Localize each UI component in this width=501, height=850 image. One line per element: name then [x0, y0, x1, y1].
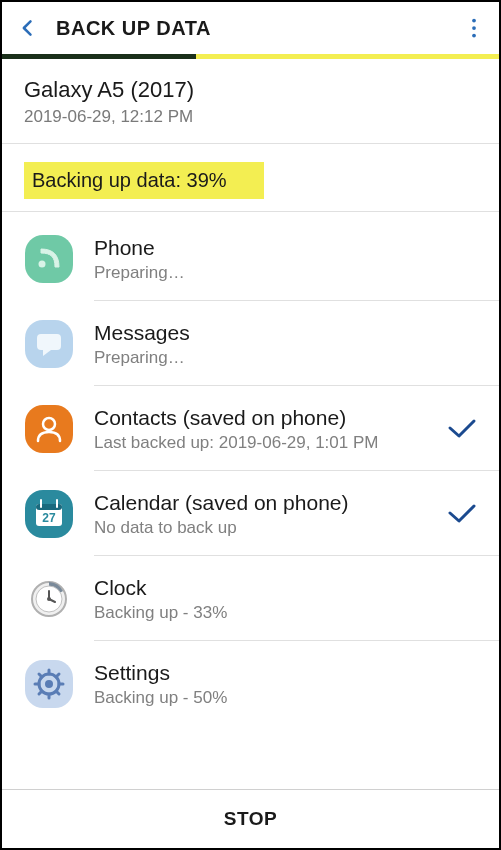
list-item-title: Messages: [94, 321, 477, 345]
footer: STOP: [2, 789, 499, 848]
list-item-sub: Backing up - 50%: [94, 688, 477, 708]
svg-text:27: 27: [42, 511, 56, 525]
device-section: Galaxy A5 (2017) 2019-06-29, 12:12 PM: [2, 59, 499, 143]
list-item[interactable]: Clock Backing up - 33%: [2, 556, 499, 640]
list-item-sub: Preparing…: [94, 348, 477, 368]
svg-rect-11: [36, 504, 62, 510]
device-name: Galaxy A5 (2017): [24, 77, 477, 103]
list-item-sub: No data to back up: [94, 518, 427, 538]
contacts-icon: [24, 404, 74, 454]
phone-icon: [24, 234, 74, 284]
svg-line-29: [39, 691, 42, 694]
svg-point-1: [472, 26, 476, 30]
svg-point-19: [47, 597, 51, 601]
messages-icon: [24, 319, 74, 369]
list-item-title: Settings: [94, 661, 477, 685]
list-item-text: Phone Preparing…: [94, 236, 477, 283]
header: BACK UP DATA: [2, 2, 499, 54]
settings-icon: [24, 659, 74, 709]
clock-icon: [24, 574, 74, 624]
svg-line-26: [39, 674, 42, 677]
list-item-title: Phone: [94, 236, 477, 260]
stop-button[interactable]: STOP: [224, 808, 277, 830]
device-timestamp: 2019-06-29, 12:12 PM: [24, 107, 477, 127]
list-item[interactable]: 27 Calendar (saved on phone) No data to …: [2, 471, 499, 555]
list-item[interactable]: Phone Preparing…: [2, 216, 499, 300]
list-item-sub: Preparing…: [94, 263, 477, 283]
list-item-sub: Last backed up: 2019-06-29, 1:01 PM: [94, 433, 427, 453]
list-item-text: Contacts (saved on phone) Last backed up…: [94, 406, 427, 453]
calendar-icon: 27: [24, 489, 74, 539]
svg-rect-3: [25, 235, 73, 283]
svg-point-0: [472, 19, 476, 23]
checkmark-icon: [447, 503, 477, 525]
page-title: BACK UP DATA: [56, 17, 211, 40]
svg-rect-6: [37, 334, 61, 350]
back-icon[interactable]: [18, 18, 38, 38]
svg-point-2: [472, 34, 476, 38]
list-item-title: Calendar (saved on phone): [94, 491, 427, 515]
svg-point-4: [39, 261, 46, 268]
status-banner: Backing up data: 39%: [24, 162, 264, 199]
more-icon[interactable]: [465, 16, 483, 40]
list-item-title: Contacts (saved on phone): [94, 406, 427, 430]
list-item-text: Settings Backing up - 50%: [94, 661, 477, 708]
list-item-sub: Backing up - 33%: [94, 603, 477, 623]
list-item-text: Messages Preparing…: [94, 321, 477, 368]
list-item-text: Calendar (saved on phone) No data to bac…: [94, 491, 427, 538]
list-item[interactable]: Settings Backing up - 50%: [2, 641, 499, 725]
list-item-title: Clock: [94, 576, 477, 600]
progress-bar-fill: [2, 54, 196, 59]
divider: [2, 143, 499, 144]
header-left: BACK UP DATA: [18, 17, 211, 40]
svg-point-30: [45, 680, 53, 688]
backup-list: Phone Preparing… Messages Preparing…: [2, 212, 499, 789]
svg-line-28: [56, 674, 59, 677]
svg-line-27: [56, 691, 59, 694]
list-item-text: Clock Backing up - 33%: [94, 576, 477, 623]
list-item[interactable]: Contacts (saved on phone) Last backed up…: [2, 386, 499, 470]
progress-bar-track: [2, 54, 499, 59]
list-item[interactable]: Messages Preparing…: [2, 301, 499, 385]
checkmark-icon: [447, 418, 477, 440]
